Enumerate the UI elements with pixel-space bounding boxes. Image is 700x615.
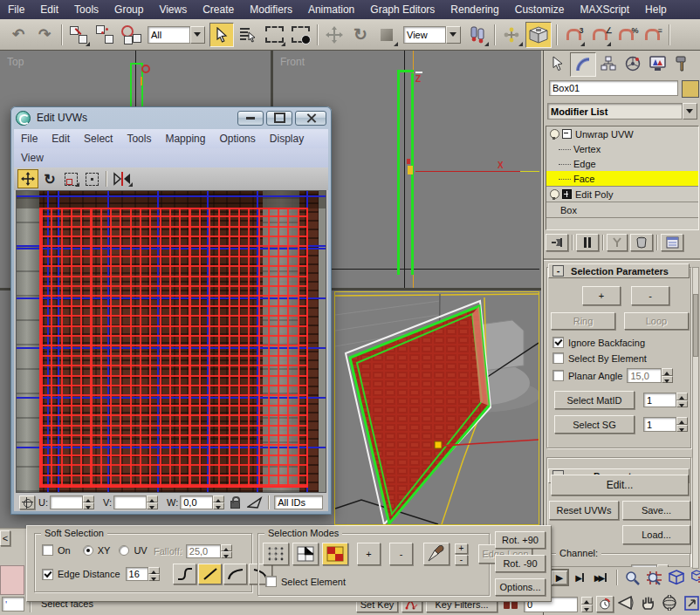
select-object-button[interactable]	[209, 23, 234, 47]
modifier-list-dropdown[interactable]: Modifier List	[547, 103, 697, 120]
expand-face-selection-button[interactable]: +	[357, 543, 381, 565]
bind-to-spacewarp-button[interactable]	[119, 23, 143, 47]
coordinate-system-arrow[interactable]	[446, 26, 461, 44]
window-crossing-button[interactable]	[288, 23, 312, 47]
brush-size-minus-button[interactable]: -	[455, 555, 468, 565]
maximize-viewport-button[interactable]	[682, 594, 700, 612]
menu-file[interactable]: File	[0, 0, 32, 19]
uv-editor-canvas[interactable]	[16, 190, 326, 493]
dlg-menu-file[interactable]: File	[14, 129, 45, 148]
rotate-plus-90-button[interactable]: Rot. +90	[495, 531, 546, 549]
xy-radio[interactable]	[83, 545, 93, 556]
edit-uvws-button[interactable]: Edit...	[551, 475, 689, 495]
select-sg-button[interactable]: Select SG	[554, 415, 635, 434]
time-slider-fragment[interactable]	[0, 565, 24, 595]
visibility-bulb-icon[interactable]	[550, 189, 559, 199]
dlg-menu-display[interactable]: Display	[263, 129, 311, 148]
snaps-toggle-button[interactable]	[525, 22, 552, 48]
w-spinner[interactable]	[213, 495, 224, 509]
dlg-menu-edit[interactable]: Edit	[45, 129, 77, 148]
face-mode-button[interactable]	[322, 543, 348, 565]
menu-customize[interactable]: Customize	[507, 0, 573, 19]
collapse-box-icon[interactable]	[562, 129, 572, 139]
uv-mirror-button[interactable]	[111, 170, 134, 188]
shrink-selection-button[interactable]: -	[631, 286, 669, 305]
spinner-snap-button[interactable]: ≡	[640, 23, 664, 47]
object-name-field[interactable]: Box01	[549, 80, 678, 96]
options-flyout-icon[interactable]	[247, 496, 263, 509]
close-button[interactable]	[295, 111, 326, 126]
dlg-menu-mapping[interactable]: Mapping	[158, 129, 212, 148]
tab-motion[interactable]	[621, 52, 645, 75]
w-value-field[interactable]: 0,0	[180, 495, 213, 509]
selection-filter-dropdown[interactable]: All	[148, 26, 205, 44]
select-element-checkbox[interactable]	[265, 576, 277, 587]
visibility-bulb-icon[interactable]	[550, 129, 559, 139]
menu-animation[interactable]: Animation	[300, 0, 362, 19]
sg-field[interactable]: 1	[643, 417, 676, 432]
load-uvws-button[interactable]: Load...	[622, 525, 690, 544]
save-uvws-button[interactable]: Save...	[622, 501, 690, 520]
field-of-view-button[interactable]	[616, 594, 635, 612]
brush-size-plus-button[interactable]: +	[455, 543, 468, 554]
select-by-name-button[interactable]	[236, 23, 260, 47]
uv-freeform-button[interactable]	[82, 170, 101, 188]
options-button[interactable]: Options...	[495, 578, 546, 596]
unlink-selection-button[interactable]	[93, 23, 117, 47]
uv-scale-button[interactable]	[61, 170, 80, 188]
maximize-button[interactable]	[266, 111, 292, 126]
configure-modifier-sets-button[interactable]	[661, 234, 683, 251]
viewport-top-label[interactable]: Top	[7, 56, 24, 68]
time-spinner[interactable]	[581, 597, 593, 612]
tab-create[interactable]	[546, 52, 570, 75]
select-and-link-button[interactable]	[66, 23, 91, 47]
loop-button[interactable]: Loop	[624, 312, 689, 330]
v-spinner[interactable]	[147, 495, 158, 509]
u-value-field[interactable]	[50, 495, 83, 509]
menu-tools[interactable]: Tools	[66, 0, 106, 19]
stack-row-edit-poly[interactable]: Edit Poly	[546, 186, 698, 202]
tab-modify[interactable]	[570, 52, 596, 77]
minimize-button[interactable]	[237, 111, 264, 126]
zoom-all-button[interactable]	[643, 569, 664, 586]
show-end-result-button[interactable]	[576, 234, 599, 251]
menu-group[interactable]: Group	[106, 0, 151, 19]
edge-distance-spinner[interactable]	[148, 567, 160, 581]
dlg-menu-tools[interactable]: Tools	[120, 129, 158, 148]
absolute-offset-toggle[interactable]	[19, 495, 35, 509]
edge-distance-checkbox[interactable]	[42, 569, 53, 580]
select-and-rotate-button[interactable]: ↻	[348, 23, 373, 47]
uv-move-button[interactable]	[17, 169, 38, 188]
menu-views[interactable]: Views	[151, 0, 195, 19]
ignore-backfacing-checkbox[interactable]	[552, 337, 564, 348]
uv-radio[interactable]	[119, 545, 129, 556]
object-color-swatch[interactable]	[682, 80, 699, 98]
pin-stack-button[interactable]	[546, 234, 568, 251]
ring-button[interactable]: Ring	[551, 312, 615, 330]
viewport-perspective[interactable]	[334, 291, 539, 525]
matid-spinner[interactable]	[676, 393, 688, 407]
modifier-list-arrow[interactable]	[683, 103, 697, 120]
trackbar-scroll-left-button[interactable]: <	[0, 530, 10, 546]
stack-row-vertex[interactable]: Vertex	[546, 141, 698, 156]
angle-snap-button[interactable]: ∠	[587, 23, 612, 47]
planar-angle-checkbox[interactable]	[552, 370, 564, 381]
menu-create[interactable]: Create	[195, 0, 242, 19]
collapse-icon[interactable]: -	[552, 265, 564, 277]
percent-snap-button[interactable]: %	[614, 23, 638, 47]
menu-graph-editors[interactable]: Graph Editors	[362, 0, 443, 19]
contract-face-selection-button[interactable]: -	[389, 543, 413, 565]
linear-falloff-button[interactable]	[198, 564, 222, 584]
edge-mode-button[interactable]	[292, 543, 319, 565]
map-channel-field[interactable]: 1	[631, 564, 657, 567]
maxscript-mini-listener[interactable]: '	[2, 597, 24, 612]
reference-coordinate-dropdown[interactable]: View	[403, 26, 461, 44]
use-pivot-center-button[interactable]	[465, 23, 490, 47]
stack-row-box[interactable]: Box	[546, 202, 698, 217]
falloff-spinner[interactable]	[221, 544, 232, 558]
smooth-falloff-button[interactable]	[173, 564, 196, 584]
tab-hierarchy[interactable]	[596, 52, 621, 75]
edge-distance-field[interactable]: 16	[126, 567, 148, 581]
selection-parameters-header[interactable]: - Selection Parameters	[548, 263, 690, 278]
vertex-mode-button[interactable]	[263, 543, 289, 565]
